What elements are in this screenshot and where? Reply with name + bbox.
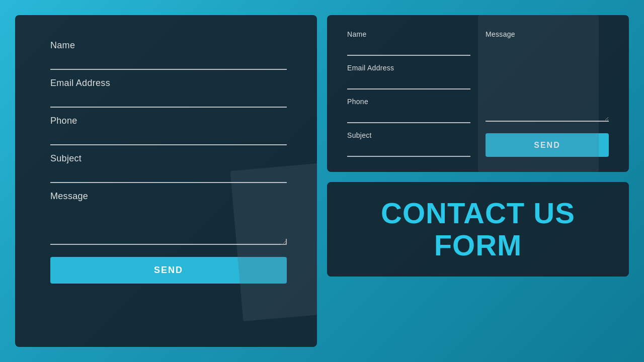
left-send-button[interactable]: SEND: [50, 257, 287, 284]
left-form-panel: Name Email Address Phone Subject Message…: [15, 15, 317, 347]
contact-title-panel: CONTACT US FORM: [327, 182, 629, 277]
right-message-field: Message: [486, 30, 609, 123]
right-name-label: Name: [347, 30, 470, 38]
right-contact-form: Name Message Email Address Phone: [347, 30, 609, 157]
left-email-input[interactable]: [50, 92, 287, 108]
contact-title-line1: CONTACT US: [381, 197, 575, 229]
left-name-input[interactable]: [50, 54, 287, 70]
right-phone-input[interactable]: [347, 109, 470, 123]
right-email-label: Email Address: [347, 64, 470, 72]
right-subject-input[interactable]: [347, 142, 470, 157]
left-subject-input[interactable]: [50, 167, 287, 183]
right-phone-label: Phone: [347, 98, 470, 106]
left-message-field: Message: [50, 191, 287, 245]
left-subject-label: Subject: [50, 153, 287, 164]
right-phone-field: Phone: [347, 98, 470, 123]
right-form-panel: Name Message Email Address Phone: [327, 15, 629, 172]
right-side: Name Message Email Address Phone: [327, 15, 629, 347]
left-phone-field: Phone: [50, 116, 287, 145]
left-phone-label: Phone: [50, 116, 287, 126]
right-email-field: Email Address: [347, 64, 470, 89]
right-subject-field: Subject: [347, 131, 470, 157]
left-message-label: Message: [50, 191, 287, 202]
left-email-field: Email Address: [50, 78, 287, 108]
right-send-button[interactable]: SEND: [486, 133, 609, 157]
right-email-input[interactable]: [347, 75, 470, 89]
left-subject-field: Subject: [50, 153, 287, 183]
right-message-label: Message: [486, 30, 609, 38]
right-subject-label: Subject: [347, 131, 470, 139]
left-email-label: Email Address: [50, 78, 287, 88]
right-message-input[interactable]: [486, 41, 609, 122]
left-phone-input[interactable]: [50, 129, 287, 145]
right-name-input[interactable]: [347, 41, 470, 56]
contact-us-title: CONTACT US FORM: [381, 197, 575, 261]
left-message-input[interactable]: [50, 205, 287, 245]
right-form-grid: Name Message Email Address Phone: [347, 30, 609, 157]
right-name-field: Name: [347, 30, 470, 56]
resize-handle-icon: [281, 239, 287, 245]
contact-title-line2: FORM: [381, 229, 575, 261]
left-contact-form: Name Email Address Phone Subject Message…: [50, 40, 287, 284]
left-name-field: Name: [50, 40, 287, 70]
left-name-label: Name: [50, 40, 287, 51]
